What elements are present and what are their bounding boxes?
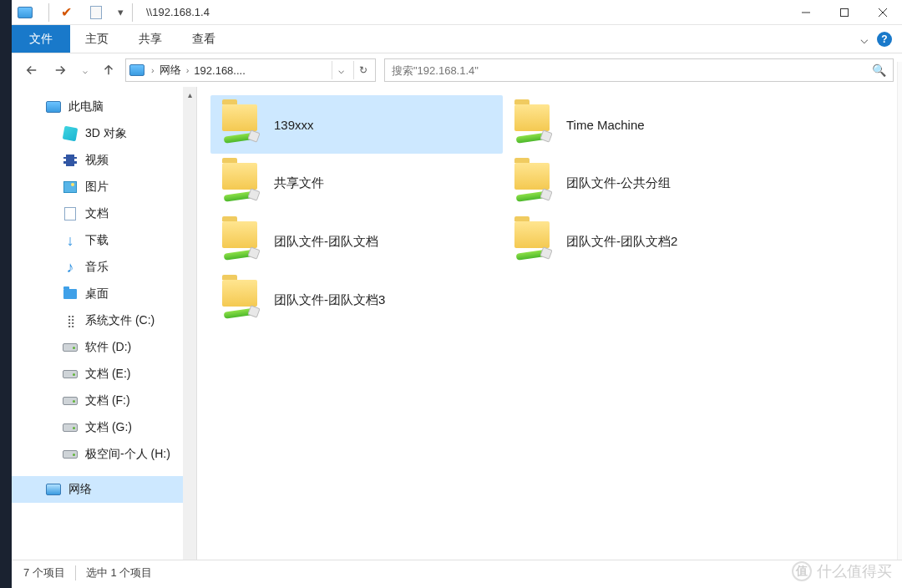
- network-share-icon: [219, 103, 262, 146]
- sidebar-label: 文档 (G:): [85, 420, 132, 435]
- folder-icon: [62, 286, 79, 302]
- sidebar-item-drive-d[interactable]: 软件 (D:): [12, 334, 196, 361]
- crumb-host[interactable]: 192.168....: [192, 64, 246, 77]
- network-icon: [45, 481, 62, 498]
- crumb-sep-icon[interactable]: ›: [148, 65, 158, 75]
- cube-icon: [62, 125, 79, 142]
- drive-icon: [62, 419, 79, 436]
- sidebar-item-3d[interactable]: 3D 对象: [12, 120, 196, 147]
- minimize-button[interactable]: [787, 0, 825, 25]
- folder-label: Time Machine: [566, 118, 645, 132]
- maximize-button[interactable]: [825, 0, 864, 25]
- sidebar-label: 下载: [85, 233, 109, 248]
- tab-share[interactable]: 共享: [124, 25, 177, 53]
- folder-label: 团队文件-团队文档2: [566, 234, 677, 250]
- network-share-icon: [511, 220, 555, 263]
- network-share-icon: [511, 161, 555, 205]
- search-input[interactable]: [392, 64, 872, 77]
- sidebar-item-desktop[interactable]: 桌面: [12, 281, 196, 307]
- tab-file[interactable]: 文件: [12, 25, 70, 53]
- pc-icon: [45, 99, 62, 115]
- qat-checkbox-icon[interactable]: ✔: [58, 4, 74, 21]
- network-share-icon: [219, 220, 262, 263]
- app-icon: [17, 4, 33, 21]
- sidebar-item-pictures[interactable]: 图片: [12, 174, 196, 200]
- drive-icon: [62, 339, 79, 356]
- ribbon-collapse-icon[interactable]: ⌵: [860, 31, 869, 47]
- close-button[interactable]: [864, 0, 902, 25]
- search-icon[interactable]: 🔍: [872, 63, 886, 77]
- sidebar-label: 桌面: [85, 286, 109, 302]
- music-icon: ♪: [62, 259, 79, 276]
- sidebar-label: 文档 (E:): [85, 367, 130, 382]
- address-pc-icon: [129, 64, 144, 76]
- sidebar-item-music[interactable]: ♪音乐: [12, 254, 196, 281]
- drive-icon: [62, 366, 79, 383]
- film-icon: [62, 152, 79, 169]
- navigation-bar: ⌵ › 网络 › 192.168.... ⌵ ↻ 🔍: [12, 53, 902, 87]
- sidebar-label: 软件 (D:): [85, 340, 131, 355]
- folder-label: 139xxx: [274, 118, 314, 132]
- navigation-tree: 此电脑 3D 对象 视频 图片 文档 ↓下载 ♪音乐 桌面 ⣿系统文件 (C:)…: [12, 87, 197, 560]
- folder-label: 团队文件-团队文档3: [274, 292, 385, 308]
- address-bar[interactable]: › 网络 › 192.168.... ⌵ ↻: [125, 58, 376, 82]
- scroll-up-icon[interactable]: ▴: [183, 87, 196, 102]
- sidebar-label: 图片: [85, 180, 109, 195]
- sidebar-label: 视频: [85, 153, 109, 168]
- share-folder-item[interactable]: Time Machine: [503, 95, 795, 154]
- download-icon: ↓: [62, 232, 79, 249]
- picture-icon: [62, 179, 79, 195]
- network-share-icon: [219, 161, 262, 205]
- sidebar-label: 文档 (F:): [85, 393, 130, 408]
- status-selection: 选中 1 个项目: [86, 565, 152, 580]
- forward-button[interactable]: [48, 58, 72, 82]
- crumb-sep-icon[interactable]: ›: [183, 65, 193, 75]
- sidebar-network[interactable]: 网络: [12, 476, 196, 503]
- folder-label: 共享文件: [274, 175, 324, 191]
- title-bar: ✔ ▾ \\192.168.1.4: [12, 0, 902, 25]
- qat-newfolder-icon[interactable]: [88, 4, 104, 21]
- sidebar-item-documents[interactable]: 文档: [12, 200, 196, 227]
- sidebar-item-downloads[interactable]: ↓下载: [12, 227, 196, 254]
- crumb-network[interactable]: 网络: [158, 63, 183, 78]
- drive-icon: [62, 446, 79, 463]
- share-folder-item[interactable]: 共享文件: [210, 154, 503, 212]
- sidebar-label: 音乐: [85, 260, 109, 275]
- drive-icon: [62, 393, 79, 409]
- sidebar-scrollbar[interactable]: ▴: [183, 87, 196, 560]
- sidebar-item-drive-h[interactable]: 极空间-个人 (H:): [12, 441, 196, 468]
- sidebar-label: 系统文件 (C:): [85, 313, 155, 328]
- network-share-icon: [511, 103, 555, 146]
- address-dropdown-button[interactable]: ⌵: [332, 61, 350, 79]
- search-box[interactable]: 🔍: [384, 58, 894, 82]
- help-icon[interactable]: ?: [877, 32, 892, 47]
- share-folder-item[interactable]: 团队文件-团队文档: [210, 212, 503, 271]
- sidebar-item-videos[interactable]: 视频: [12, 147, 196, 174]
- share-folder-item[interactable]: 团队文件-团队文档2: [503, 212, 795, 271]
- share-folder-item[interactable]: 139xxx: [210, 95, 503, 154]
- back-button[interactable]: [20, 58, 43, 82]
- sidebar-item-drive-f[interactable]: 文档 (F:): [12, 388, 196, 414]
- window-title: \\192.168.1.4: [146, 6, 210, 18]
- sidebar-label: 网络: [68, 482, 92, 497]
- refresh-button[interactable]: ↻: [353, 61, 372, 79]
- up-button[interactable]: [97, 58, 120, 82]
- right-edge-strip: [897, 62, 902, 560]
- sidebar-this-pc[interactable]: 此电脑: [12, 94, 196, 120]
- left-dark-strip: [0, 0, 12, 588]
- sidebar-item-drive-c[interactable]: ⣿系统文件 (C:): [12, 307, 196, 334]
- sidebar-label: 此电脑: [68, 99, 104, 114]
- folder-label: 团队文件-团队文档: [274, 234, 378, 250]
- recent-locations-button[interactable]: ⌵: [77, 58, 92, 82]
- tab-home[interactable]: 主页: [70, 25, 124, 53]
- svg-rect-0: [841, 8, 849, 16]
- tab-view[interactable]: 查看: [177, 25, 231, 53]
- qat-sep-char: ▾: [118, 6, 124, 18]
- sidebar-item-drive-e[interactable]: 文档 (E:): [12, 361, 196, 388]
- sidebar-item-drive-g[interactable]: 文档 (G:): [12, 414, 196, 441]
- ribbon-tabs: 文件 主页 共享 查看 ⌵ ?: [12, 25, 902, 53]
- status-bar: 7 个项目 选中 1 个项目: [12, 560, 902, 585]
- share-folder-item[interactable]: 团队文件-团队文档3: [210, 271, 503, 329]
- share-folder-item[interactable]: 团队文件-公共分组: [503, 154, 795, 212]
- drive-icon: ⣿: [62, 312, 79, 329]
